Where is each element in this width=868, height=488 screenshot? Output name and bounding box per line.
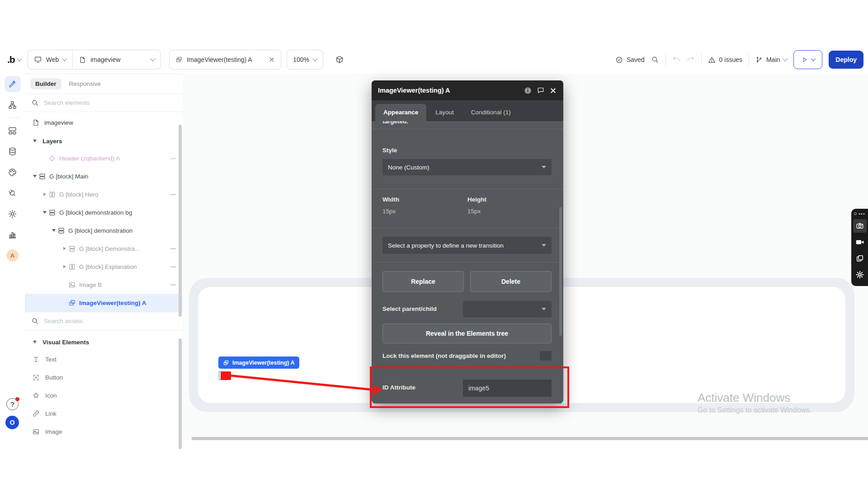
eye-closed-icon[interactable] bbox=[170, 263, 177, 270]
dialog-header[interactable]: ImageViewer(testing) A bbox=[372, 80, 563, 100]
palette-item-image[interactable]: Image bbox=[25, 422, 183, 441]
rail-item-settings[interactable] bbox=[0, 203, 25, 224]
transition-placeholder: Select a property to define a new transi… bbox=[388, 242, 504, 249]
record-dot-icon[interactable] bbox=[854, 212, 857, 215]
gear-icon bbox=[855, 270, 864, 279]
rail-item-styles[interactable] bbox=[0, 162, 25, 183]
capture-settings-button[interactable] bbox=[853, 268, 867, 282]
replace-button[interactable]: Replace bbox=[382, 271, 464, 292]
panel-scrollbar[interactable] bbox=[179, 338, 182, 449]
palette-item-label: Link bbox=[45, 410, 57, 417]
panel-scrollbar[interactable] bbox=[179, 125, 182, 317]
tab-layout[interactable]: Layout bbox=[427, 104, 462, 121]
highlight-rectangle bbox=[370, 366, 569, 408]
rail-item-account[interactable]: A bbox=[0, 245, 25, 266]
rows-block-icon bbox=[57, 227, 65, 235]
rail-item-components[interactable] bbox=[0, 120, 25, 141]
layers-item-demonstration-bg[interactable]: G [block] demonstration bg bbox=[25, 203, 183, 221]
layer-label: G [block] Explanation bbox=[79, 263, 137, 270]
info-icon[interactable] bbox=[524, 86, 532, 95]
palette-item-link[interactable]: Link bbox=[25, 404, 183, 422]
divider bbox=[665, 54, 666, 66]
screen-record-button[interactable] bbox=[853, 235, 867, 249]
rail-item-database[interactable] bbox=[0, 141, 25, 162]
layers-item-image-b[interactable]: Image B bbox=[25, 276, 183, 294]
rail-item-design[interactable] bbox=[0, 74, 25, 94]
issues-button[interactable]: 0 issues bbox=[708, 56, 742, 64]
palette-item-text[interactable]: Text bbox=[25, 350, 183, 368]
rail-item-logs[interactable] bbox=[0, 224, 25, 245]
rail-item-workflow[interactable] bbox=[0, 94, 25, 115]
layers-item-header[interactable]: Header (zqbackend) A bbox=[25, 149, 183, 167]
eye-closed-icon[interactable] bbox=[170, 191, 177, 198]
tab-builder[interactable]: Builder bbox=[30, 78, 61, 89]
eye-closed-icon[interactable] bbox=[170, 155, 177, 162]
dialog-scrollbar[interactable] bbox=[559, 207, 562, 336]
tab-responsive[interactable]: Responsive bbox=[64, 78, 106, 89]
chevron-down-icon bbox=[811, 56, 816, 61]
layers-section-header[interactable]: Layers bbox=[25, 133, 183, 149]
rows-block-icon bbox=[48, 209, 56, 216]
check-circle-icon bbox=[615, 56, 623, 64]
layers-item-demonstra[interactable]: G [block] Demonstra... bbox=[25, 239, 183, 258]
elements-panel: Builder Responsive imageview Layers Head… bbox=[25, 74, 183, 488]
screenshot-tool-button[interactable] bbox=[853, 219, 867, 233]
palette-item-button[interactable]: Button bbox=[25, 368, 183, 386]
style-dropdown[interactable]: None (Custom) bbox=[382, 159, 552, 175]
more-options-icon[interactable]: ••• bbox=[859, 212, 865, 215]
layers-item-demonstration[interactable]: G [block] demonstration bbox=[25, 221, 183, 239]
diamond-icon bbox=[48, 155, 56, 162]
transition-dropdown[interactable]: Select a property to define a new transi… bbox=[382, 237, 552, 254]
search-elements-input[interactable] bbox=[43, 99, 149, 107]
visual-elements-header[interactable]: Visual Elements bbox=[25, 334, 183, 350]
imageviewer-icon bbox=[175, 56, 183, 63]
divider bbox=[372, 189, 563, 189]
zoom-selector[interactable]: 100% bbox=[287, 50, 323, 70]
tab-conditional[interactable]: Conditional (1) bbox=[463, 104, 519, 121]
chat-avatar-button[interactable]: O bbox=[5, 416, 19, 429]
page-tree-item[interactable]: imageview bbox=[25, 112, 183, 133]
search-icon[interactable] bbox=[651, 56, 659, 64]
height-label: Height bbox=[467, 196, 486, 203]
image-icon bbox=[68, 281, 76, 289]
close-icon[interactable] bbox=[269, 56, 275, 63]
component-cube-icon[interactable] bbox=[335, 55, 344, 64]
help-button[interactable]: ? bbox=[6, 398, 19, 410]
parent-child-dropdown[interactable] bbox=[463, 301, 552, 317]
eye-closed-icon[interactable] bbox=[170, 281, 177, 288]
preview-button[interactable] bbox=[793, 50, 822, 69]
layers-item-hero[interactable]: G [block] Hero bbox=[25, 185, 183, 203]
lock-checkbox[interactable] bbox=[540, 351, 552, 361]
eye-closed-icon[interactable] bbox=[170, 245, 177, 252]
search-assets-input[interactable] bbox=[43, 317, 149, 325]
copy-captures-button[interactable] bbox=[853, 252, 867, 265]
device-selector[interactable]: Web bbox=[28, 50, 73, 69]
bubble-logo[interactable]: .b bbox=[7, 54, 15, 65]
layers-item-imageviewer[interactable]: ImageViewer(testing) A bbox=[25, 294, 183, 312]
undo-icon[interactable] bbox=[672, 56, 680, 64]
page-selector[interactable]: imageview bbox=[72, 50, 160, 69]
close-icon[interactable] bbox=[549, 87, 557, 94]
branch-selector[interactable]: Main bbox=[755, 56, 787, 63]
workflow-icon bbox=[8, 100, 17, 110]
palette-item-icon[interactable]: Icon bbox=[25, 386, 183, 404]
element-breadcrumb[interactable]: ImageViewer(testing) A bbox=[169, 50, 281, 70]
rows-block-icon bbox=[38, 173, 46, 180]
top-toolbar: .b Web imageview ImageViewer(testing) A bbox=[0, 0, 868, 74]
layers-item-explanation[interactable]: G [block] Explanation bbox=[25, 258, 183, 276]
comment-icon[interactable] bbox=[537, 86, 545, 94]
tab-appearance[interactable]: Appearance bbox=[375, 104, 426, 121]
layers-item-main[interactable]: G [block] Main bbox=[25, 167, 183, 185]
image-icon bbox=[32, 428, 40, 436]
divider bbox=[5, 117, 19, 118]
highlight-arrow bbox=[216, 365, 397, 401]
redo-icon[interactable] bbox=[687, 56, 695, 64]
delete-button[interactable]: Delete bbox=[470, 271, 552, 292]
left-icon-rail: A ? O bbox=[0, 74, 25, 488]
text-icon bbox=[32, 356, 40, 363]
rail-item-plugins[interactable] bbox=[0, 183, 25, 203]
horizontal-scrollbar[interactable] bbox=[192, 437, 868, 440]
reveal-in-tree-button[interactable]: Reveal in the Elements tree bbox=[382, 324, 552, 343]
deploy-button[interactable]: Deploy bbox=[829, 51, 863, 69]
logo-chevron-icon[interactable] bbox=[17, 56, 22, 61]
